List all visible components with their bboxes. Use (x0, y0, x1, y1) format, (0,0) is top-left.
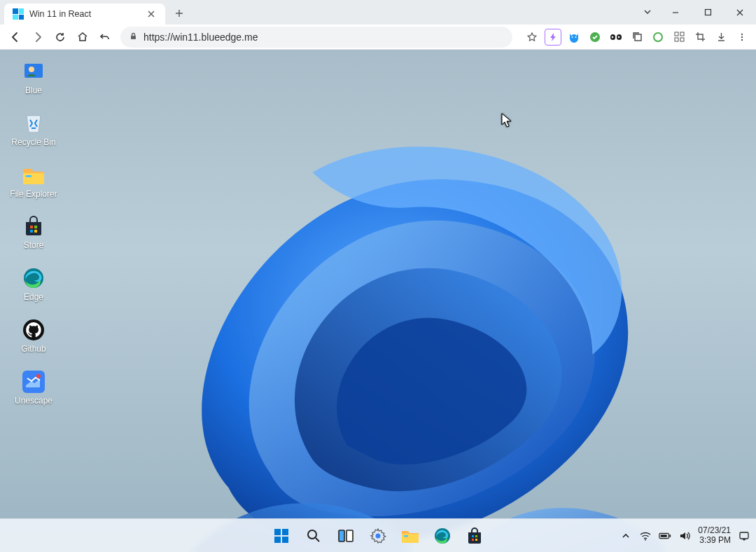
tray-clock[interactable]: 07/23/21 3:39 PM (698, 526, 731, 546)
browser-tab-active[interactable]: Win 11 in React (4, 4, 165, 25)
svg-point-8 (618, 36, 620, 38)
svg-rect-22 (30, 226, 33, 228)
extension-check-icon[interactable] (587, 29, 603, 46)
svg-point-7 (612, 36, 614, 38)
svg-rect-13 (675, 38, 678, 41)
svg-rect-9 (635, 34, 641, 41)
desktop-icon-label: Unescape (15, 396, 52, 406)
nav-reload-button[interactable] (50, 27, 70, 47)
wifi-icon[interactable] (639, 530, 652, 542)
svg-rect-44 (475, 539, 477, 541)
svg-point-3 (575, 36, 577, 38)
nav-forward-button[interactable] (28, 27, 48, 47)
svg-point-10 (654, 33, 662, 41)
battery-icon[interactable] (659, 530, 671, 542)
desktop-icon-unescape[interactable]: Unescape (10, 370, 57, 406)
nav-undo-button[interactable] (95, 27, 115, 47)
svg-point-29 (36, 374, 41, 378)
game-tile-icon (22, 370, 46, 394)
taskbar-settings-button[interactable] (364, 522, 392, 550)
lock-icon (129, 32, 138, 43)
nav-home-button[interactable] (73, 27, 92, 47)
win11-desktop[interactable]: Blue Recycle Bin File Explorer Store Edg… (0, 50, 756, 552)
task-view-button[interactable] (332, 522, 360, 550)
svg-rect-12 (680, 32, 684, 36)
svg-rect-30 (274, 529, 281, 535)
new-tab-button[interactable] (169, 4, 189, 23)
svg-point-19 (29, 67, 34, 72)
taskbar-search-button[interactable] (300, 522, 328, 550)
browser-tabstrip: Win 11 in React (0, 0, 756, 25)
svg-rect-33 (282, 537, 288, 543)
desktop-icon-label: Blue (25, 86, 42, 96)
svg-rect-28 (22, 371, 45, 393)
svg-rect-11 (675, 32, 678, 36)
volume-icon[interactable] (678, 530, 691, 542)
window-close-button[interactable] (724, 2, 756, 23)
desktop-icon-store[interactable]: Store (10, 214, 57, 251)
svg-rect-25 (34, 230, 37, 233)
window-maximize-button[interactable] (692, 2, 724, 23)
desktop-icon-label: File Explorer (10, 190, 57, 200)
svg-rect-0 (705, 10, 710, 15)
svg-rect-31 (282, 529, 288, 535)
desktop-icon-label: Github (21, 345, 46, 354)
svg-rect-14 (680, 38, 684, 41)
star-bookmark-icon[interactable] (524, 29, 540, 46)
mouse-cursor-icon (501, 113, 512, 131)
extension-bolt-icon[interactable] (545, 29, 561, 46)
taskbar-explorer-button[interactable] (396, 522, 424, 550)
system-tray: 07/23/21 3:39 PM (620, 526, 750, 546)
svg-point-15 (741, 33, 743, 34)
browser-menu-button[interactable] (734, 29, 750, 46)
desktop-icons-column: Blue Recycle Bin File Explorer Store Edg… (10, 60, 57, 406)
notifications-icon[interactable] (738, 530, 750, 542)
window-minimize-button[interactable] (659, 2, 692, 23)
desktop-icon-recycle-bin[interactable]: Recycle Bin (10, 111, 57, 148)
recycle-bin-icon (22, 111, 46, 135)
extension-grid-icon[interactable] (671, 29, 687, 46)
desktop-icon-github[interactable]: Github (10, 318, 57, 354)
extension-copy-icon[interactable] (629, 29, 645, 46)
taskbar-edge-button[interactable] (428, 522, 456, 550)
svg-point-45 (645, 539, 646, 540)
extension-crop-icon[interactable] (692, 29, 708, 46)
svg-rect-21 (26, 175, 31, 177)
start-button[interactable] (267, 522, 295, 550)
svg-rect-24 (30, 230, 33, 233)
nav-back-button[interactable] (6, 27, 25, 47)
taskbar: 07/23/21 3:39 PM (0, 518, 756, 552)
tab-close-button[interactable] (146, 8, 157, 20)
svg-point-37 (376, 533, 381, 538)
user-account-icon (22, 60, 46, 83)
taskbar-store-button[interactable] (461, 522, 489, 550)
desktop-icon-file-explorer[interactable]: File Explorer (10, 163, 57, 200)
svg-point-16 (741, 36, 743, 37)
desktop-icon-blue[interactable]: Blue (10, 60, 57, 96)
edge-browser-icon (22, 266, 46, 290)
svg-rect-49 (740, 532, 748, 539)
tray-date: 07/23/21 (698, 526, 731, 536)
tab-title: Win 11 in React (29, 9, 91, 19)
download-icon[interactable] (713, 29, 729, 46)
file-explorer-icon (22, 163, 46, 187)
github-icon (22, 318, 46, 342)
browser-toolbar: https://win11.blueedge.me (0, 25, 756, 50)
wallpaper-bloom-icon (102, 95, 676, 552)
tabs-dropdown-icon[interactable] (644, 6, 651, 18)
extension-cat-icon[interactable] (566, 29, 582, 46)
extension-eyes-icon[interactable] (608, 29, 624, 46)
svg-rect-47 (670, 534, 671, 537)
svg-rect-43 (472, 539, 474, 541)
svg-rect-41 (472, 535, 474, 537)
desktop-icon-label: Edge (24, 293, 43, 303)
svg-rect-42 (475, 535, 477, 537)
svg-point-2 (572, 36, 573, 38)
svg-rect-20 (23, 173, 44, 184)
desktop-icon-edge[interactable]: Edge (10, 266, 57, 303)
address-bar[interactable]: https://win11.blueedge.me (120, 27, 512, 48)
svg-rect-23 (34, 226, 37, 228)
tray-chevron-up-icon[interactable] (620, 530, 632, 542)
windows-favicon-icon (13, 8, 24, 20)
extension-circle-icon[interactable] (650, 29, 666, 46)
